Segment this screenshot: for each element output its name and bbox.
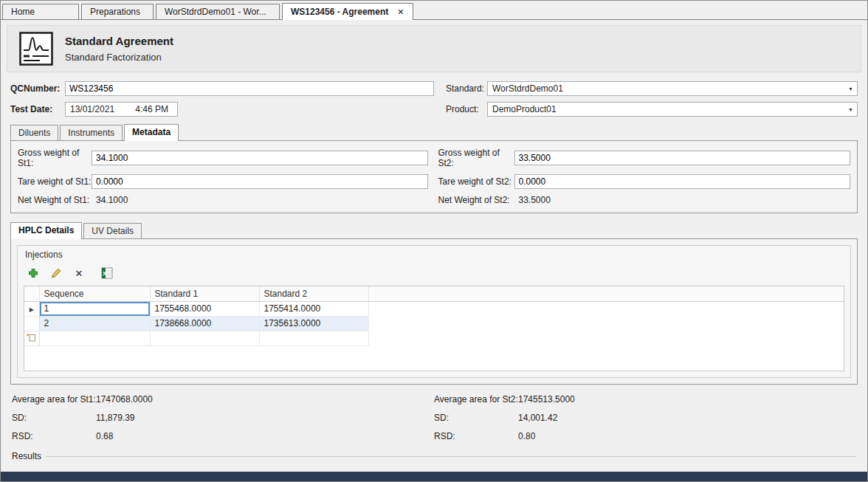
grid-header-row: Sequence Standard 1 Standard 2: [24, 286, 844, 301]
injections-group-label: Injections: [25, 249, 844, 260]
metadata-panel: Gross weight of St1: Gross weight of St2…: [10, 140, 858, 213]
current-row-arrow-icon: ▶: [30, 306, 34, 313]
tab-metadata-label: Metadata: [132, 127, 170, 137]
cell-standard1[interactable]: 1755468.0000: [150, 301, 259, 316]
tab-preparations[interactable]: Preparations: [81, 4, 154, 19]
injections-groupbox: Injections ✕: [17, 245, 851, 378]
delete-injection-button[interactable]: ✕: [71, 266, 87, 280]
net-st1-value: 34.1000: [92, 195, 428, 205]
current-row-marker: ▶: [24, 301, 39, 316]
dropdown-arrow-icon[interactable]: ▼: [844, 107, 857, 112]
dropdown-arrow-icon[interactable]: ▼: [844, 86, 857, 92]
net-weight-row: Net Weight of St1: 34.1000 Net Weight of…: [18, 195, 850, 205]
new-row-icon: *: [27, 332, 36, 342]
net-st2-value: 33.5000: [514, 195, 851, 205]
rsd-st1-row: RSD: 0.68: [12, 431, 434, 441]
edit-injection-button[interactable]: [48, 266, 64, 280]
app-window: Home Preparations WorStdrdDemo01 - Wor..…: [0, 0, 868, 482]
test-date-input[interactable]: 13/01/2021 4:46 PM: [65, 102, 178, 117]
table-row[interactable]: ▶ 1 1755468.0000 1755414.0000: [24, 301, 844, 316]
tab-diluents-label: Diluents: [18, 128, 50, 138]
results-section: Results Agreement % 98.3280 HPLC: Confor…: [12, 451, 856, 472]
table-row[interactable]: 2 1738668.0000 1735613.0000: [24, 316, 844, 331]
close-tab-icon[interactable]: ✕: [397, 7, 404, 17]
gross-st1-input[interactable]: [92, 151, 428, 165]
detail-tabs: HPLC Details UV Details: [4, 222, 864, 238]
product-dropdown-value: DemoProduct01: [492, 104, 844, 114]
status-bar: [1, 472, 867, 481]
sd-st1-label: SD:: [12, 413, 96, 423]
tare-st2-input[interactable]: [514, 174, 851, 189]
export-excel-button[interactable]: X: [99, 266, 115, 280]
svg-text:*: *: [27, 332, 30, 340]
results-divider: [46, 456, 856, 457]
tab-worstdrddemo01[interactable]: WorStdrdDemo01 - Wor...: [156, 4, 280, 19]
add-injection-button[interactable]: [25, 266, 41, 280]
tab-preparations-label: Preparations: [90, 7, 140, 17]
chromatogram-icon: [19, 32, 53, 66]
product-dropdown[interactable]: DemoProduct01 ▼: [487, 102, 858, 117]
net-st1-label: Net Weight of St1:: [18, 195, 92, 205]
tab-ws123456-agreement-label: WS123456 - Agreement: [291, 7, 388, 17]
tab-metadata[interactable]: Metadata: [124, 124, 179, 141]
tab-hplc-details-label: HPLC Details: [18, 225, 74, 235]
tab-instruments-label: Instruments: [68, 128, 114, 138]
column-header-filler: [368, 286, 844, 301]
standard-dropdown[interactable]: WorStdrdDemo01 ▼: [487, 81, 858, 96]
new-row-indicator: *: [24, 331, 39, 345]
rsd-st1-label: RSD:: [12, 431, 96, 441]
stats-st1-column: Average area for St1: 1747068.0000 SD: 1…: [12, 394, 434, 450]
avg-st1-row: Average area for St1: 1747068.0000: [12, 394, 434, 404]
new-row[interactable]: *: [24, 331, 844, 345]
plus-icon: [28, 268, 38, 278]
qcnumber-input[interactable]: [65, 81, 434, 96]
injections-toolbar: ✕ X: [25, 266, 844, 280]
product-label: Product:: [444, 104, 487, 114]
tab-diluents[interactable]: Diluents: [10, 125, 58, 140]
rsd-st2-value: 0.80: [518, 431, 535, 441]
cell-standard2[interactable]: 1735613.0000: [259, 316, 368, 331]
tare-st1-input[interactable]: [92, 174, 428, 189]
page-header: Standard Agreement Standard Factorizatio…: [7, 25, 861, 72]
tab-home[interactable]: Home: [2, 4, 79, 19]
row-indicator-header: [24, 286, 39, 301]
section-tabs: Diluents Instruments Metadata: [4, 124, 864, 140]
column-header-standard1[interactable]: Standard 1: [150, 286, 259, 301]
hplc-details-panel: Injections ✕: [10, 238, 858, 385]
test-time-value: 4:46 PM: [135, 104, 168, 114]
standard-dropdown-value: WorStdrdDemo01: [492, 83, 844, 94]
tab-hplc-details[interactable]: HPLC Details: [10, 222, 82, 239]
window-tabbar: Home Preparations WorStdrdDemo01 - Wor..…: [1, 1, 867, 20]
tare-st2-label: Tare weight of St2:: [438, 176, 514, 187]
tab-instruments[interactable]: Instruments: [60, 125, 123, 140]
tab-uv-details[interactable]: UV Details: [83, 223, 142, 238]
tare-st1-label: Tare weight of St1:: [18, 176, 92, 187]
tab-home-label: Home: [11, 7, 35, 17]
avg-st2-row: Average area for St2: 1745513.5000: [434, 394, 856, 404]
tab-uv-details-label: UV Details: [92, 226, 134, 236]
cell-standard2[interactable]: 1755414.0000: [259, 301, 368, 316]
excel-icon: X: [101, 267, 113, 279]
gross-st2-label: Gross weight of St2:: [438, 148, 514, 168]
column-header-standard2[interactable]: Standard 2: [259, 286, 368, 301]
pencil-icon: [51, 268, 61, 278]
form-row-2: Test Date: 13/01/2021 4:46 PM Product: D…: [10, 102, 858, 117]
net-st2-label: Net Weight of St2:: [438, 195, 514, 205]
detail-tabs-wrap: HPLC Details UV Details Injections: [4, 222, 864, 385]
cell-sequence[interactable]: 1: [39, 301, 150, 316]
test-date-value: 13/01/2021: [70, 104, 114, 114]
avg-st1-value: 1747068.0000: [96, 394, 153, 404]
injections-grid: Sequence Standard 1 Standard 2 ▶ 1 17: [24, 286, 844, 371]
tab-ws123456-agreement[interactable]: WS123456 - Agreement ✕: [282, 3, 413, 20]
rsd-st2-label: RSD:: [434, 431, 518, 441]
page-subtitle: Standard Factorization: [65, 52, 173, 63]
column-header-sequence[interactable]: Sequence: [39, 286, 150, 301]
cell-standard1[interactable]: 1738668.0000: [150, 316, 259, 331]
page-title: Standard Agreement: [65, 35, 173, 47]
qcnumber-label: QCNumber:: [10, 83, 65, 94]
gross-st2-input[interactable]: [514, 151, 851, 165]
standard-label: Standard:: [444, 83, 487, 94]
avg-st2-value: 1745513.5000: [518, 394, 575, 404]
sd-st1-value: 11,879.39: [96, 413, 135, 423]
cell-sequence[interactable]: 2: [39, 316, 150, 331]
